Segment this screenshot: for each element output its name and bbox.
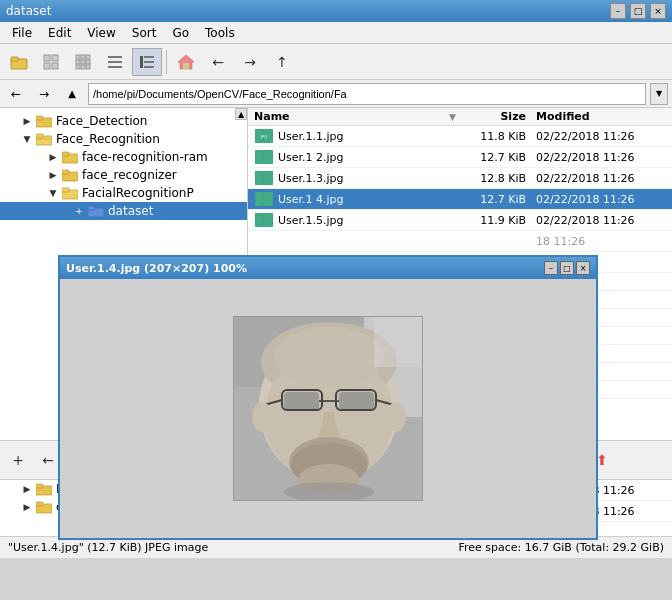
svg-rect-8 <box>81 55 85 59</box>
tb-list-view[interactable] <box>100 48 130 76</box>
tb-detail-view[interactable] <box>132 48 162 76</box>
menu-tools[interactable]: Tools <box>197 24 243 42</box>
tb-home[interactable] <box>171 48 201 76</box>
file-modified-5: 18 11:26 <box>536 235 666 248</box>
file-name-0: User.1.1.jpg <box>278 130 456 143</box>
tree-item-facial-recognition-p[interactable]: ▼ FacialRecognitionP <box>0 184 247 202</box>
compact-view-icon <box>75 54 91 70</box>
svg-rect-14 <box>81 65 85 69</box>
svg-rect-63 <box>339 392 374 410</box>
svg-rect-46 <box>255 213 263 227</box>
file-size-1: 12.7 KiB <box>456 151 536 164</box>
expander-face-recognizer[interactable]: ▶ <box>46 168 60 182</box>
svg-rect-20 <box>144 56 154 58</box>
expander-music[interactable]: ▶ <box>20 482 34 496</box>
addr-back-button[interactable]: ← <box>4 83 28 105</box>
svg-rect-44 <box>255 192 263 206</box>
svg-rect-17 <box>108 61 122 63</box>
tree-item-face-recognition-ram[interactable]: ▶ face-recognition-ram <box>0 148 247 166</box>
viewer-minimize[interactable]: – <box>544 261 558 275</box>
address-input[interactable] <box>88 83 646 105</box>
file-row-1[interactable]: User.1 2.jpg 12.7 KiB 02/22/2018 11:26 <box>248 147 672 168</box>
expander-face-detection[interactable]: ▶ <box>20 114 34 128</box>
tb-forward[interactable]: → <box>235 48 265 76</box>
folder-icon-oldconffiles <box>36 500 52 514</box>
home-icon <box>177 53 195 71</box>
svg-rect-51 <box>36 502 43 506</box>
svg-rect-34 <box>62 188 69 192</box>
file-row-3[interactable]: User.1 4.jpg 12.7 KiB 02/22/2018 11:26 <box>248 189 672 210</box>
svg-rect-13 <box>76 65 80 69</box>
tree-item-face-detection[interactable]: ▶ Face_Detection <box>0 112 247 130</box>
file-modified-3: 02/22/2018 11:26 <box>536 193 666 206</box>
expander-dataset[interactable]: + <box>72 204 86 218</box>
jpg-icon-3 <box>255 192 273 206</box>
svg-rect-19 <box>140 56 143 68</box>
toolbar-sep-1 <box>166 50 167 74</box>
title-bar: dataset – □ × <box>0 0 672 22</box>
list-view-icon <box>107 54 123 70</box>
address-bar: ← → ▲ ▼ <box>0 80 672 108</box>
file-modified-0: 02/22/2018 11:26 <box>536 130 666 143</box>
svg-point-74 <box>274 327 384 387</box>
file-row-4[interactable]: User.1.5.jpg 11.9 KiB 02/22/2018 11:26 <box>248 210 672 231</box>
address-dropdown[interactable]: ▼ <box>650 83 668 105</box>
svg-rect-41 <box>263 150 273 164</box>
file-row-2[interactable]: User.1.3.jpg 12.8 KiB 02/22/2018 11:26 <box>248 168 672 189</box>
expander-oldconffiles[interactable]: ▶ <box>20 500 34 514</box>
svg-rect-22 <box>144 66 154 68</box>
file-row-5[interactable]: 18 11:26 <box>248 231 672 252</box>
file-size-4: 11.9 KiB <box>456 214 536 227</box>
tree-item-face-recognizer[interactable]: ▶ face_recognizer <box>0 166 247 184</box>
viewer-title: User.1.4.jpg (207×207) 100% <box>66 262 247 275</box>
tb-back[interactable]: ← <box>203 48 233 76</box>
btn-add-bookmark[interactable]: + <box>4 446 32 474</box>
main-window: dataset – □ × File Edit View Sort Go Too… <box>0 0 672 600</box>
expander-facial-recognition-p[interactable]: ▼ <box>46 186 60 200</box>
minimize-button[interactable]: – <box>610 3 626 19</box>
tb-compact-view[interactable] <box>68 48 98 76</box>
file-row-0[interactable]: JPG User.1.1.jpg 11.8 KiB 02/22/2018 11:… <box>248 126 672 147</box>
menu-file[interactable]: File <box>4 24 40 42</box>
close-button[interactable]: × <box>650 3 666 19</box>
svg-rect-11 <box>81 60 85 64</box>
tree-item-dataset[interactable]: + dataset <box>0 202 247 220</box>
menu-view[interactable]: View <box>79 24 123 42</box>
tree-label-dataset: dataset <box>108 204 153 218</box>
menu-edit[interactable]: Edit <box>40 24 79 42</box>
svg-rect-3 <box>44 55 50 61</box>
addr-forward-button[interactable]: → <box>32 83 56 105</box>
svg-rect-32 <box>62 170 69 174</box>
tb-up[interactable]: ↑ <box>267 48 297 76</box>
folder-music-svg <box>36 482 52 496</box>
menu-sort[interactable]: Sort <box>124 24 165 42</box>
col-header-modified[interactable]: Modified <box>536 110 666 123</box>
sort-arrow: ▼ <box>449 112 456 122</box>
folder-icon-face-detection <box>36 114 52 128</box>
file-size-3: 12.7 KiB <box>456 193 536 206</box>
file-size-0: 11.8 KiB <box>456 130 536 143</box>
file-name-2: User.1.3.jpg <box>278 172 456 185</box>
tb-icon-view[interactable] <box>36 48 66 76</box>
svg-rect-9 <box>86 55 90 59</box>
menu-go[interactable]: Go <box>164 24 197 42</box>
tree-label-face-recognizer: face_recognizer <box>82 168 177 182</box>
tb-prev-folder[interactable] <box>4 48 34 76</box>
maximize-button[interactable]: □ <box>630 3 646 19</box>
expander-face-recognition[interactable]: ▼ <box>20 132 34 146</box>
window-title: dataset <box>6 4 51 18</box>
tree-item-face-recognition[interactable]: ▼ Face_Recognition <box>0 130 247 148</box>
viewer-close[interactable]: × <box>576 261 590 275</box>
file-name-1: User.1 2.jpg <box>278 151 456 164</box>
addr-up-button[interactable]: ▲ <box>60 83 84 105</box>
viewer-maximize[interactable]: □ <box>560 261 574 275</box>
file-name-4: User.1.5.jpg <box>278 214 456 227</box>
expander-face-recognition-ram[interactable]: ▶ <box>46 150 60 164</box>
folder-svg <box>36 114 52 128</box>
svg-rect-45 <box>263 192 273 206</box>
file-icon-0: JPG <box>254 128 274 144</box>
tree-scroll-up[interactable]: ▲ <box>235 108 247 120</box>
col-header-name[interactable]: Name <box>254 110 449 123</box>
image-viewer: User.1.4.jpg (207×207) 100% – □ × <box>58 255 598 540</box>
col-header-size[interactable]: Size <box>456 110 536 123</box>
